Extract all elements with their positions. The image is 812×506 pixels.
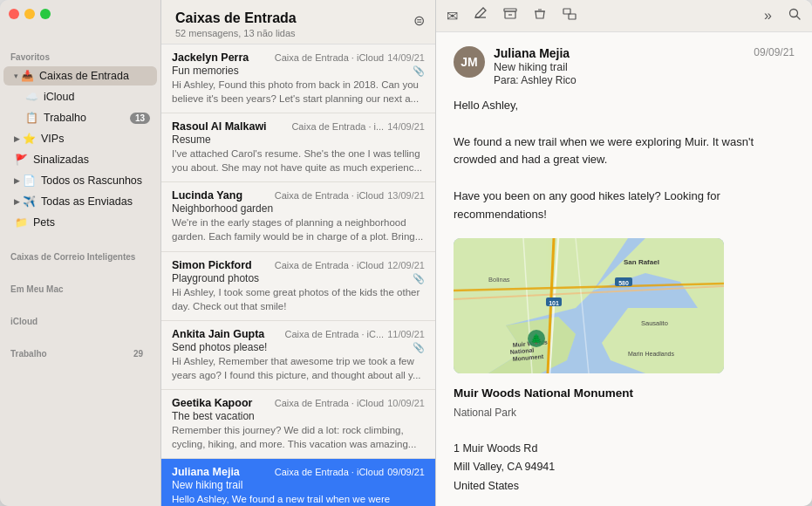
location-type: National Park (454, 404, 795, 421)
message-list-header: Caixas de Entrada 52 mensagens, 13 não l… (161, 0, 435, 44)
location-address-2: Mill Valley, CA 94941 (454, 458, 795, 476)
sidebar-section-favorites: Favoritos (0, 44, 160, 65)
message-date: 11/09/21 (387, 329, 425, 339)
message-item[interactable]: Rasoul Al Malkawi Caixa de Entrada · i..… (161, 113, 435, 182)
detail-toolbar: ✉ (436, 0, 812, 32)
sidebar-item-vips[interactable]: ▶ ⭐ VIPs (3, 129, 157, 148)
sidebar-item-icloud[interactable]: ☁️ iCloud (3, 87, 157, 106)
sidebar-item-rascunhos[interactable]: ▶ 📄 Todos os Rascunhos (3, 171, 157, 190)
svg-text:Marin Headlands: Marin Headlands (628, 351, 674, 357)
sidebar-item-label: Todos os Rascunhos (41, 174, 150, 187)
message-mailbox: Caixa de Entrada · iCloud (275, 190, 384, 201)
cloud-icon: ☁️ (24, 90, 38, 104)
sidebar-item-enviadas[interactable]: ▶ ✈️ Todas as Enviadas (3, 192, 157, 211)
message-date: 12/09/21 (387, 260, 425, 270)
email-to: Para: Ashley Rico (494, 74, 754, 86)
attachment-icon: 📎 (413, 273, 425, 284)
svg-text:Sausalito: Sausalito (641, 319, 668, 327)
message-subject: Neighborhood garden (172, 202, 273, 215)
trash-icon[interactable] (533, 7, 547, 24)
chevron-right-icon: ▶ (14, 197, 20, 206)
move-icon[interactable] (563, 7, 577, 24)
message-item-selected[interactable]: Juliana Mejia Caixa de Entrada · iCloud … (161, 459, 435, 506)
chevron-right-icon: ▶ (14, 176, 20, 185)
inbox-title: Caixas de Entrada (175, 10, 297, 26)
reply-icon[interactable]: ✉ (447, 8, 458, 24)
message-item[interactable]: Geetika Kapoor Caixa de Entrada · iCloud… (161, 390, 435, 459)
location-address-1: 1 Muir Woods Rd (454, 440, 795, 458)
message-sender: Rasoul Al Malkawi (172, 120, 288, 133)
location-info: Muir Woods National Monument National Pa… (454, 384, 795, 506)
detail-panel: ✉ (436, 0, 812, 506)
message-subject: Playground photos (172, 272, 259, 284)
message-item[interactable]: Jackelyn Perra Caixa de Entrada · iCloud… (161, 44, 435, 113)
email-date: 09/09/21 (754, 46, 795, 58)
message-subject: Resume (172, 133, 211, 146)
trabalho-badge: 29 (133, 349, 143, 359)
email-detail-content: JM Juliana Mejia New hiking trail Para: … (436, 32, 812, 506)
mailbox-icon: 📋 (24, 111, 38, 125)
message-subject: Send photos please! (172, 341, 267, 353)
sidebar-item-label: Caixas de Entrada (39, 70, 150, 82)
sidebar-section-mac: Em Meu Mac (0, 276, 160, 297)
sidebar-item-sinalizadas[interactable]: 🚩 Sinalizadas (3, 150, 157, 169)
draft-icon: 📄 (22, 174, 36, 188)
email-meta: Juliana Mejia New hiking trail Para: Ash… (494, 46, 754, 86)
location-name: Muir Woods National Monument (454, 384, 795, 404)
filter-icon[interactable]: ⊜ (413, 12, 425, 29)
close-button[interactable] (9, 9, 19, 19)
message-preview: I've attached Carol's resume. She's the … (172, 147, 425, 174)
message-items: Jackelyn Perra Caixa de Entrada · iCloud… (161, 44, 435, 506)
message-subject: The best vacation (172, 410, 255, 422)
search-icon[interactable] (788, 7, 802, 24)
message-item[interactable]: Lucinda Yang Caixa de Entrada · iCloud 1… (161, 182, 435, 251)
archive-icon[interactable] (503, 7, 517, 24)
inbox-icon: 📥 (20, 69, 34, 83)
traffic-lights (9, 9, 51, 19)
message-date: 10/09/21 (387, 398, 425, 408)
location-map[interactable]: 101 580 Bolinas Muir Woods National Monu… (454, 238, 724, 373)
message-sender: Juliana Mejia (172, 466, 271, 478)
svg-text:🌲: 🌲 (530, 332, 542, 345)
sidebar-section-smart: Caixas de Correio Inteligentes (0, 243, 160, 265)
message-sender: Jackelyn Perra (172, 51, 271, 64)
avatar: JM (454, 46, 485, 78)
message-item[interactable]: Ankita Jain Gupta Caixa de Entrada · iC.… (161, 321, 435, 390)
sidebar-section-icloud: iCloud (0, 308, 160, 330)
message-preview: We're in the early stages of planning a … (172, 215, 425, 243)
message-mailbox: Caixa de Entrada · iCloud (275, 260, 384, 270)
message-preview: Remember this journey? We did a lot: roc… (172, 423, 425, 451)
sidebar-item-label: Pets (33, 216, 150, 229)
email-subject: New hiking trail (494, 61, 754, 73)
message-item[interactable]: Simon Pickford Caixa de Entrada · iCloud… (161, 252, 435, 321)
compose-icon[interactable] (474, 7, 488, 24)
flag-icon: 🚩 (14, 153, 28, 167)
sidebar-item-caixas-entrada[interactable]: ▾ 📥 Caixas de Entrada (3, 66, 157, 85)
sidebar: Favoritos ▾ 📥 Caixas de Entrada ☁️ iClou… (0, 0, 161, 506)
sidebar-item-label: VIPs (41, 133, 150, 145)
message-date: 14/09/21 (387, 121, 425, 132)
sidebar-section-trabalho: Trabalho 29 (0, 340, 160, 362)
email-header: JM Juliana Mejia New hiking trail Para: … (454, 46, 795, 86)
message-mailbox: Caixa de Entrada · iCloud (275, 398, 384, 408)
message-sender: Ankita Jain Gupta (172, 328, 281, 340)
svg-text:580: 580 (618, 280, 629, 286)
email-from: Juliana Mejia (494, 46, 754, 60)
sent-icon: ✈️ (22, 195, 36, 209)
folder-icon: 📁 (14, 215, 28, 229)
maximize-button[interactable] (40, 9, 51, 19)
message-sender: Geetika Kapoor (172, 397, 271, 409)
message-subject: Fun memories (172, 65, 239, 77)
sidebar-item-trabalho-sub[interactable]: 📋 Trabalho 13 (3, 108, 157, 127)
message-preview: Hi Ashley, Found this photo from back in… (172, 78, 425, 106)
minimize-button[interactable] (24, 9, 35, 19)
sidebar-item-pets[interactable]: 📁 Pets (3, 213, 157, 232)
message-preview: Hi Ashley, Remember that awesome trip we… (172, 354, 425, 382)
message-sender: Lucinda Yang (172, 189, 271, 202)
more-icon[interactable]: » (764, 8, 772, 24)
message-list: Caixas de Entrada 52 mensagens, 13 não l… (161, 0, 436, 506)
svg-text:Bolinas: Bolinas (488, 276, 510, 284)
chevron-down-icon: ▾ (14, 72, 18, 80)
message-mailbox: Caixa de Entrada · iCloud (275, 52, 384, 63)
location-address-3: United States (454, 477, 795, 496)
